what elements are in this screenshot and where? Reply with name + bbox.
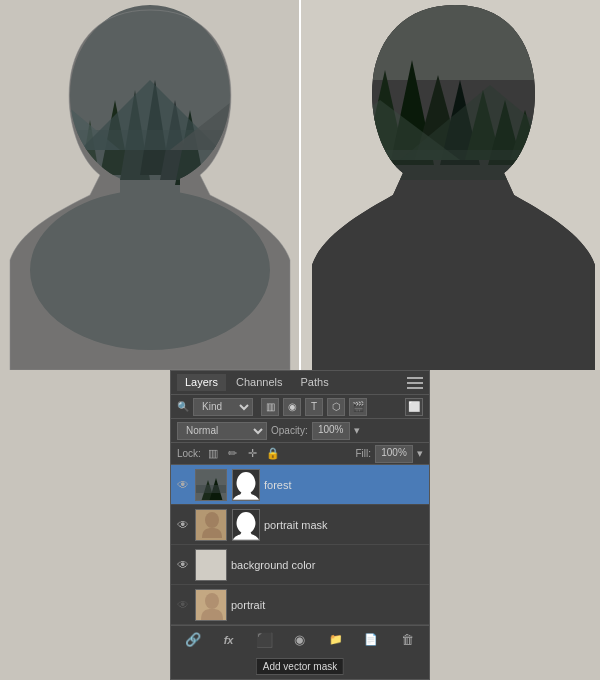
lock-all-btn[interactable]: 🔒 (265, 446, 281, 462)
fill-value[interactable]: 100% (375, 445, 413, 463)
visibility-portrait[interactable]: 👁 (175, 597, 191, 613)
canvas-left (0, 0, 300, 370)
layer-thumb-background (195, 549, 227, 581)
layer-name-forest: forest (264, 479, 425, 491)
lock-pixels-btn[interactable]: ✏ (225, 446, 241, 462)
right-canvas-svg (300, 0, 600, 370)
new-layer-button[interactable]: 📄 (361, 630, 381, 650)
layer-portrait-mask[interactable]: 👁 portrait mask (171, 505, 429, 545)
panel-header: Layers Channels Paths (171, 371, 429, 395)
layer-portrait[interactable]: 👁 portrait (171, 585, 429, 625)
visibility-forest[interactable]: 👁 (175, 477, 191, 493)
fill-label: Fill: (355, 448, 371, 459)
blend-mode-select[interactable]: Normal (177, 422, 267, 440)
layer-name-portrait-mask: portrait mask (264, 519, 425, 531)
layer-thumb-portrait2 (195, 589, 227, 621)
filter-adjust-btn[interactable]: ◉ (283, 398, 301, 416)
group-button[interactable]: 📁 (326, 630, 346, 650)
panel-menu-icon[interactable] (407, 377, 423, 389)
svg-rect-34 (196, 485, 227, 493)
layers-panel: Layers Channels Paths 🔍 Kind ▥ ◉ T ⬡ 🎬 ⬜… (170, 370, 430, 680)
layer-thumb-portrait-mask (195, 509, 227, 541)
layer-mask-portrait (232, 509, 260, 541)
layer-name-background: background color (231, 559, 425, 571)
adjustment-button[interactable]: ◉ (290, 630, 310, 650)
filter-pixel-btn[interactable]: ▥ (261, 398, 279, 416)
tab-layers[interactable]: Layers (177, 374, 226, 391)
panel-bottom-toolbar: 🔗 fx ⬛ ◉ 📁 📄 🗑 Add vector mask (171, 625, 429, 653)
layer-name-portrait: portrait (231, 599, 425, 611)
left-canvas-svg (0, 0, 300, 370)
svg-rect-39 (196, 550, 227, 581)
blend-row: Normal Opacity: 100% ▾ (171, 419, 429, 443)
layer-background-color[interactable]: 👁 background color (171, 545, 429, 585)
link-button[interactable]: 🔗 (183, 630, 203, 650)
search-icon: 🔍 (177, 401, 189, 412)
canvas-right (300, 0, 600, 370)
fx-button[interactable]: fx (219, 630, 239, 650)
fill-arrow[interactable]: ▾ (417, 447, 423, 460)
lock-label: Lock: (177, 448, 201, 459)
filter-kind-select[interactable]: Kind (193, 398, 253, 416)
lock-icons: ▥ ✏ ✛ 🔒 (205, 446, 281, 462)
canvas-divider (299, 0, 301, 370)
svg-point-41 (205, 593, 219, 609)
layer-forest[interactable]: 👁 forest (171, 465, 429, 505)
opacity-label: Opacity: (271, 425, 308, 436)
visibility-portrait-mask[interactable]: 👁 (175, 517, 191, 533)
tab-channels[interactable]: Channels (228, 374, 290, 391)
filter-type-btn[interactable]: T (305, 398, 323, 416)
filter-row: 🔍 Kind ▥ ◉ T ⬡ 🎬 ⬜ (171, 395, 429, 419)
filter-smart-btn[interactable]: 🎬 (349, 398, 367, 416)
layer-thumb-forest (195, 469, 227, 501)
lock-row: Lock: ▥ ✏ ✛ 🔒 Fill: 100% ▾ (171, 443, 429, 465)
canvas-area (0, 0, 600, 370)
layer-mask-forest (232, 469, 260, 501)
filter-toggle-btn[interactable]: ⬜ (405, 398, 423, 416)
opacity-arrow[interactable]: ▾ (354, 424, 360, 437)
opacity-value[interactable]: 100% (312, 422, 350, 440)
tab-paths[interactable]: Paths (293, 374, 337, 391)
mask-button[interactable]: ⬛ (254, 630, 274, 650)
delete-button[interactable]: 🗑 (397, 630, 417, 650)
tooltip-add-vector-mask: Add vector mask (256, 658, 344, 675)
svg-point-37 (205, 512, 219, 528)
filter-shape-btn[interactable]: ⬡ (327, 398, 345, 416)
lock-position-btn[interactable]: ✛ (245, 446, 261, 462)
lock-transparent-btn[interactable]: ▥ (205, 446, 221, 462)
filter-icons: ▥ ◉ T ⬡ 🎬 (261, 398, 367, 416)
visibility-background[interactable]: 👁 (175, 557, 191, 573)
panel-tabs: Layers Channels Paths (177, 374, 407, 391)
